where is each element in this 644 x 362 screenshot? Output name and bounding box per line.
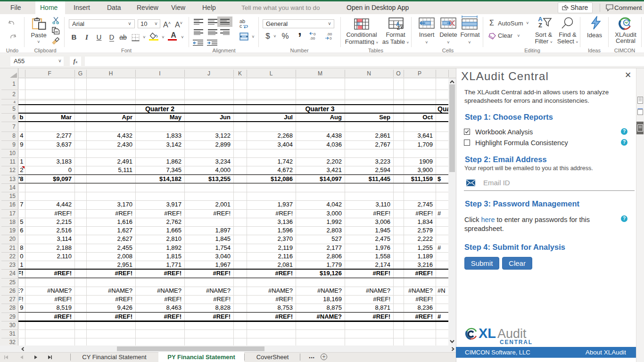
svg-text:c: c: [239, 24, 242, 29]
svg-text:.00: .00: [327, 32, 332, 36]
svg-text:.00: .00: [310, 36, 315, 40]
svg-text:Z: Z: [397, 25, 400, 30]
svg-text:0: 0: [330, 36, 332, 40]
svg-text:0: 0: [314, 32, 316, 36]
